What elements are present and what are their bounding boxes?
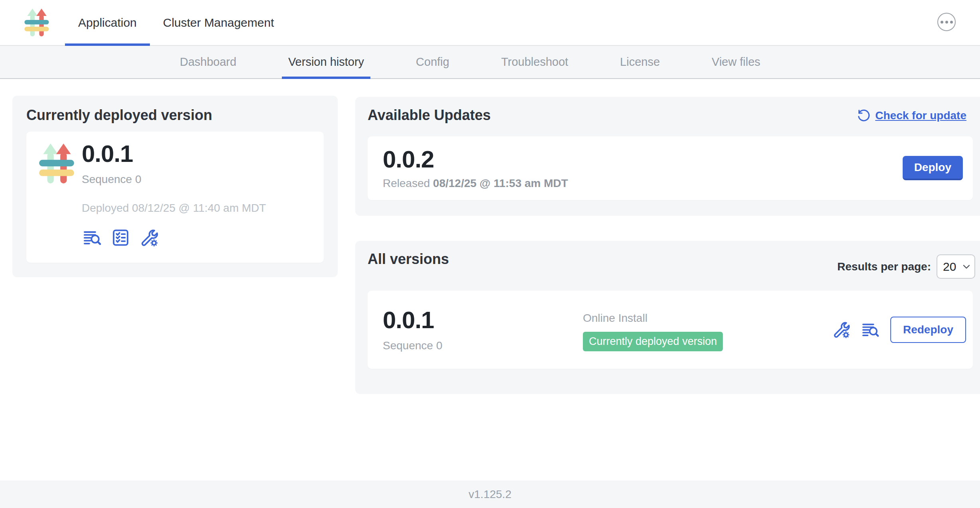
release-notes-icon[interactable] [82,228,102,247]
currently-deployed-title: Currently deployed version [26,107,212,124]
deployed-sequence-label: Sequence 0 [82,173,266,186]
subnav-tab-config[interactable]: Config [409,46,456,78]
results-per-page-select[interactable]: 20 [937,254,975,279]
config-edit-icon[interactable] [139,228,159,247]
results-per-page-label: Results per page: [837,260,931,273]
primary-nav: Application Cluster Management [65,0,287,45]
ellipsis-icon [941,21,943,24]
config-edit-icon[interactable] [832,321,850,339]
deploy-button[interactable]: Deploy [903,156,963,180]
all-versions-title: All versions [368,251,449,268]
app-footer: v1.125.2 [0,480,980,508]
deployed-version-actions [82,228,266,247]
console-version-label: v1.125.2 [468,488,511,501]
available-update-row: 0.0.2 Released 08/12/25 @ 11:53 am MDT D… [368,136,973,200]
currently-deployed-card: Currently deployed version 0.0.1 Sequenc… [12,96,338,277]
tab-cluster-management-label: Cluster Management [163,16,274,30]
subnav-tab-troubleshoot[interactable]: Troubleshoot [495,46,575,78]
currently-deployed-badge: Currently deployed version [583,332,723,351]
app-subnav: Dashboard Version history Config Trouble… [0,46,980,79]
refresh-icon [857,109,870,122]
update-released-timestamp: Released 08/12/25 @ 11:53 am MDT [383,177,568,190]
row-version-number: 0.0.1 [383,307,442,333]
available-updates-card: Available Updates Check for update 0.0.2… [355,97,980,216]
tab-application-label: Application [78,16,137,30]
redeploy-button[interactable]: Redeploy [890,317,966,343]
tab-application[interactable]: Application [65,0,150,45]
check-for-update[interactable]: Check for update [857,109,966,122]
app-header: Application Cluster Management [0,0,980,46]
preflight-checks-icon[interactable] [111,228,130,247]
results-per-page: Results per page: 20 [837,254,975,279]
version-row: 0.0.1 Sequence 0 Online Install Currentl… [368,291,973,369]
subnav-tabs: Dashboard Version history Config Trouble… [173,46,980,78]
row-sequence-label: Sequence 0 [383,339,442,352]
subnav-tab-view-files[interactable]: View files [705,46,767,78]
app-logo-icon [24,7,49,37]
deployed-timestamp: Deployed 08/12/25 @ 11:40 am MDT [82,202,266,215]
subnav-tab-version-history[interactable]: Version history [282,46,370,78]
update-version-number: 0.0.2 [383,147,568,172]
check-for-update-link[interactable]: Check for update [875,109,966,122]
subnav-tab-license[interactable]: License [614,46,666,78]
subnav-tab-dashboard[interactable]: Dashboard [173,46,243,78]
deployed-version-panel: 0.0.1 Sequence 0 Deployed 08/12/25 @ 11:… [26,132,324,263]
tab-cluster-management[interactable]: Cluster Management [150,0,287,45]
release-notes-icon[interactable] [860,321,880,339]
deployed-version-number: 0.0.1 [82,141,266,167]
install-type-label: Online Install [583,312,723,325]
all-versions-card: All versions Results per page: 20 0.0.1 … [355,241,980,394]
version-row-actions: Redeploy [832,291,966,369]
available-updates-title: Available Updates [368,107,491,124]
app-logo-large-icon [38,142,75,185]
overflow-menu-button[interactable] [937,13,956,31]
